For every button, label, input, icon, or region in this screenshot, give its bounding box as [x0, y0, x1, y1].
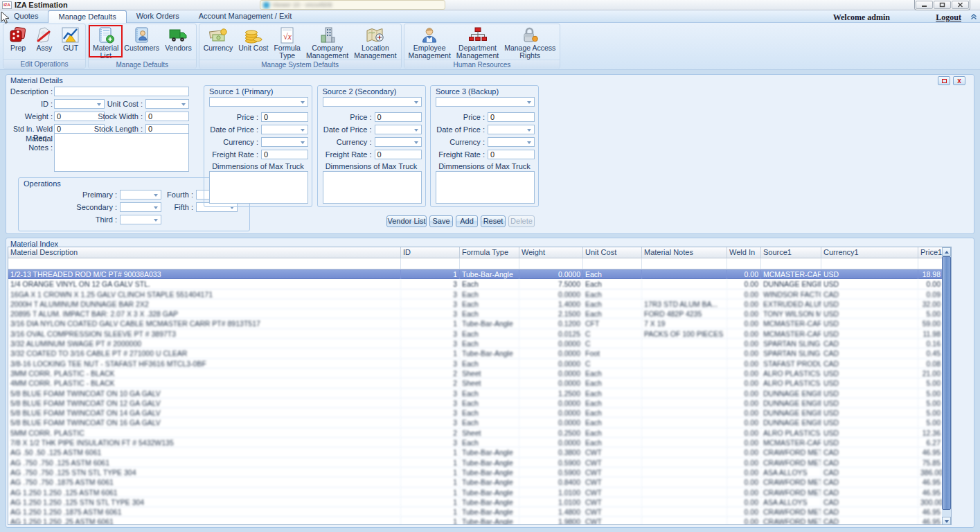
ribbon-item-manage-access-rights[interactable]: Manage Access Rights [501, 25, 558, 60]
table-row[interactable]: 16GA X 1 CROWN X 1.25 GALV CLINCH STAPLE… [8, 290, 943, 299]
column-header-source1[interactable]: Source1 [761, 247, 821, 258]
ribbon-item-material-list[interactable]: Material List [90, 25, 121, 60]
column-header-id[interactable]: ID [401, 247, 460, 258]
table-row[interactable]: 2000H T ALUMINUM DUNNAGE BAR 2X23Each1.4… [8, 299, 943, 309]
scrollbar-thumb[interactable] [942, 256, 951, 510]
column-header-material-description[interactable]: Material Description [8, 247, 401, 258]
table-row[interactable]: 1/2-13 THREADED ROD M/C PT# 90038A0331Tu… [8, 269, 943, 279]
ribbon-item-assy[interactable]: Assy [31, 25, 57, 59]
ribbon-item-gut[interactable]: GUT [57, 25, 84, 59]
ribbon-item-vendors[interactable]: Vendors [162, 25, 195, 60]
table-row[interactable]: 5/8 BLUE FOAM TWINCOAT ON 14 GA GALV3Eac… [8, 408, 943, 418]
panel-restore-button[interactable] [938, 76, 950, 85]
table-row[interactable]: AG 1.250 1.250 .125 ASTM 60611Tube-Bar-A… [8, 488, 943, 497]
source-vendor-combo[interactable] [323, 97, 422, 107]
freight-rate-input[interactable]: 0 [375, 150, 422, 159]
reset-button[interactable]: Reset [481, 215, 506, 227]
column-header-material-notes[interactable]: Material Notes [642, 247, 727, 258]
description-input[interactable] [54, 87, 189, 96]
table-row[interactable]: 3/16 DIA NYLON COATED GALV CABLE MCMASTE… [8, 319, 943, 328]
stock-width-input[interactable]: 0 [145, 112, 189, 121]
table-row[interactable]: 4MM CORR. PLASTIC - BLACK2Sheet0.0000Eac… [8, 378, 943, 388]
ribbon-item-company-management[interactable]: Company Management [303, 25, 351, 60]
table-row[interactable]: AG .50 .50 .125 ASTM 60611Tube-Bar-Angle… [8, 447, 943, 457]
column-header-weld-in[interactable]: Weld In [727, 247, 761, 258]
table-row[interactable]: AG 1.250 1.250 .25 ASTM 60611Tube-Bar-An… [8, 517, 943, 525]
unit-cost-combo[interactable] [145, 99, 189, 109]
close-button[interactable] [952, 1, 969, 9]
date-of-price-combo[interactable] [488, 125, 535, 134]
filter-cell-material-notes[interactable] [642, 258, 727, 269]
source-vendor-combo[interactable] [209, 97, 308, 107]
add-button[interactable]: Add [456, 215, 478, 227]
freight-rate-input[interactable]: 0 [488, 150, 535, 159]
scroll-up-button[interactable] [942, 247, 951, 256]
table-row[interactable]: 5/8 BLUE FOAM TWINCOAT ON 16 GA GALV3Eac… [8, 418, 943, 427]
filter-cell-material-description[interactable] [8, 258, 401, 269]
max-truck-load-box[interactable] [436, 171, 535, 204]
maximize-button[interactable] [934, 1, 951, 9]
table-row[interactable]: AG 1.250 1.250 .125 STN STL TYPE 3041Tub… [8, 497, 943, 507]
collapse-ribbon-icon[interactable] [970, 13, 977, 21]
table-row[interactable]: AG .750 .750 .1875 ASTM 60611Tube-Bar-An… [8, 477, 943, 487]
date-of-price-combo[interactable] [375, 125, 422, 134]
table-row[interactable]: 1/4 ORANGE VINYL ON 12 GA GALV STL.3Each… [8, 279, 943, 289]
ribbon-item-currency[interactable]: Currency [201, 25, 236, 60]
ribbon-item-employee-management[interactable]: Employee Management [406, 25, 454, 60]
price-input[interactable]: 0 [488, 112, 535, 122]
vendor-list-button[interactable]: Vendor List [386, 215, 427, 227]
ribbon-item-location-management[interactable]: Location Management [351, 25, 399, 60]
grid-filter-row[interactable] [8, 258, 951, 269]
panel-close-button[interactable]: x [953, 76, 965, 85]
ribbon-item-prep[interactable]: Prep [5, 25, 31, 59]
column-header-formula-type[interactable]: Formula Type [460, 247, 519, 258]
price-input[interactable]: 0 [261, 112, 308, 122]
table-row[interactable]: AG .750 .750 .125 STN STL TYPE 3041Tube-… [8, 468, 943, 477]
tab-quotes[interactable]: Quotes [4, 10, 48, 23]
max-truck-load-box[interactable] [323, 171, 422, 204]
price-input[interactable]: 0 [375, 112, 422, 122]
filter-cell-weld-in[interactable] [727, 258, 761, 269]
filter-cell-source1[interactable] [761, 258, 821, 269]
tab-manage-defaults[interactable]: Manage Defaults [48, 10, 126, 23]
table-row[interactable]: 3/16 OVAL COMPRESSION SLEEVE PT # 3897T3… [8, 329, 943, 339]
freight-rate-input[interactable]: 0 [261, 150, 308, 159]
filter-cell-unit-cost[interactable] [583, 258, 642, 269]
source-vendor-combo[interactable] [436, 97, 535, 107]
table-row[interactable]: 5/8 BLUE FOAM TWINCOAT ON 12 GA GALV3Eac… [8, 398, 943, 408]
date-of-price-combo[interactable] [261, 125, 308, 134]
table-row[interactable]: 5MM CORR. PLASTIC2Sheet0.2500Each0.00ALR… [8, 428, 943, 438]
material-notes-textarea[interactable] [54, 133, 189, 172]
table-row[interactable]: AG .750 .750 .125 ASTM 60611Tube-Bar-Ang… [8, 458, 943, 468]
ribbon-item-unit-cost[interactable]: Unit Cost [235, 25, 271, 60]
table-row[interactable]: AG 1.250 1.250 .1875 ASTM 60611Tube-Bar-… [8, 507, 943, 517]
column-header-weight[interactable]: Weight [519, 247, 583, 258]
filter-cell-weight[interactable] [519, 258, 583, 269]
column-header-price1[interactable]: Price1 [918, 247, 943, 258]
column-header-unit-cost[interactable]: Unit Cost [583, 247, 642, 258]
table-row[interactable]: 5/8 BLUE FOAM TWINCOAT ON 10 GA GALV3Eac… [8, 389, 943, 398]
ribbon-item-customers[interactable]: Customers [121, 25, 162, 60]
save-button[interactable]: Save [429, 215, 453, 227]
logout-link[interactable]: Logout [936, 12, 961, 23]
minimize-button[interactable] [916, 1, 933, 9]
table-row[interactable]: 20895 T ALUM. IMPACT BAR: 2.07 X 3 X .32… [8, 309, 943, 319]
scroll-down-button[interactable] [942, 517, 951, 525]
max-truck-load-box[interactable] [209, 171, 308, 204]
table-row[interactable]: 3/8-16 LOCKING TEE NUT - STAFAST HF3616 … [8, 359, 943, 369]
table-row[interactable]: 3/32 ALUMINUM SWAGE PT # 20000003Each0.0… [8, 339, 943, 348]
third-combo[interactable] [120, 215, 161, 224]
vertical-scrollbar[interactable] [942, 247, 951, 525]
filter-cell-id[interactable] [401, 258, 460, 269]
table-row[interactable]: 7/8 X 1/2 THK PIPE INSULATION FT # 5432W… [8, 438, 943, 447]
ribbon-item-department-management[interactable]: Department Management [454, 25, 501, 60]
filter-cell-currency1[interactable] [821, 258, 918, 269]
column-header-currency1[interactable]: Currency1 [821, 247, 918, 258]
table-row[interactable]: 3/32 COATED TO 3/16 CABLE PT # 271000 U … [8, 348, 943, 358]
table-row[interactable]: 3MM CORR. PLASTIC - BLACK2Sheet0.0000Eac… [8, 369, 943, 378]
currency-combo[interactable] [261, 137, 308, 147]
stock-length-input[interactable]: 0 [145, 124, 189, 134]
currency-combo[interactable] [375, 137, 422, 147]
ribbon-item-formula-type[interactable]: √xFormula Type [271, 25, 303, 60]
tab-account-management-exit[interactable]: Account Management / Exit [189, 10, 302, 23]
